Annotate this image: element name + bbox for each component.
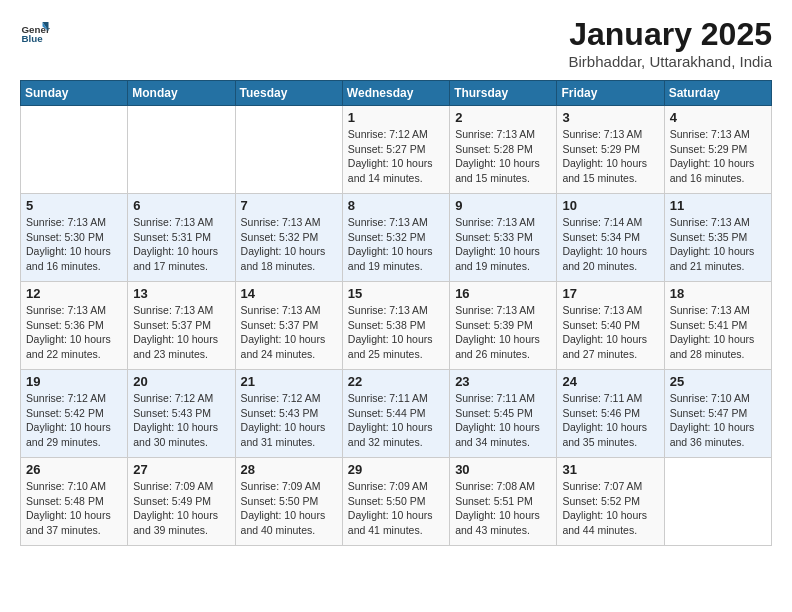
calendar-table: SundayMondayTuesdayWednesdayThursdayFrid… (20, 80, 772, 546)
dow-header-monday: Monday (128, 81, 235, 106)
day-number: 20 (133, 374, 229, 389)
calendar-cell: 4Sunrise: 7:13 AM Sunset: 5:29 PM Daylig… (664, 106, 771, 194)
day-info: Sunrise: 7:12 AM Sunset: 5:43 PM Dayligh… (241, 391, 337, 450)
day-info: Sunrise: 7:07 AM Sunset: 5:52 PM Dayligh… (562, 479, 658, 538)
day-number: 14 (241, 286, 337, 301)
day-number: 29 (348, 462, 444, 477)
day-number: 7 (241, 198, 337, 213)
day-number: 9 (455, 198, 551, 213)
logo-icon: General Blue (20, 16, 50, 46)
day-info: Sunrise: 7:10 AM Sunset: 5:47 PM Dayligh… (670, 391, 766, 450)
day-info: Sunrise: 7:11 AM Sunset: 5:44 PM Dayligh… (348, 391, 444, 450)
title-block: January 2025 Birbhaddar, Uttarakhand, In… (569, 16, 772, 70)
calendar-cell: 7Sunrise: 7:13 AM Sunset: 5:32 PM Daylig… (235, 194, 342, 282)
day-number: 15 (348, 286, 444, 301)
calendar-cell: 3Sunrise: 7:13 AM Sunset: 5:29 PM Daylig… (557, 106, 664, 194)
day-info: Sunrise: 7:13 AM Sunset: 5:40 PM Dayligh… (562, 303, 658, 362)
day-number: 25 (670, 374, 766, 389)
day-number: 31 (562, 462, 658, 477)
week-row-4: 19Sunrise: 7:12 AM Sunset: 5:42 PM Dayli… (21, 370, 772, 458)
day-number: 4 (670, 110, 766, 125)
calendar-cell: 11Sunrise: 7:13 AM Sunset: 5:35 PM Dayli… (664, 194, 771, 282)
week-row-1: 1Sunrise: 7:12 AM Sunset: 5:27 PM Daylig… (21, 106, 772, 194)
calendar-cell: 6Sunrise: 7:13 AM Sunset: 5:31 PM Daylig… (128, 194, 235, 282)
week-row-5: 26Sunrise: 7:10 AM Sunset: 5:48 PM Dayli… (21, 458, 772, 546)
day-info: Sunrise: 7:11 AM Sunset: 5:46 PM Dayligh… (562, 391, 658, 450)
day-info: Sunrise: 7:11 AM Sunset: 5:45 PM Dayligh… (455, 391, 551, 450)
calendar-cell: 24Sunrise: 7:11 AM Sunset: 5:46 PM Dayli… (557, 370, 664, 458)
day-number: 12 (26, 286, 122, 301)
calendar-cell: 27Sunrise: 7:09 AM Sunset: 5:49 PM Dayli… (128, 458, 235, 546)
calendar-cell: 28Sunrise: 7:09 AM Sunset: 5:50 PM Dayli… (235, 458, 342, 546)
calendar-cell: 12Sunrise: 7:13 AM Sunset: 5:36 PM Dayli… (21, 282, 128, 370)
day-info: Sunrise: 7:13 AM Sunset: 5:37 PM Dayligh… (241, 303, 337, 362)
day-number: 17 (562, 286, 658, 301)
day-info: Sunrise: 7:13 AM Sunset: 5:33 PM Dayligh… (455, 215, 551, 274)
dow-header-saturday: Saturday (664, 81, 771, 106)
calendar-cell: 14Sunrise: 7:13 AM Sunset: 5:37 PM Dayli… (235, 282, 342, 370)
day-info: Sunrise: 7:13 AM Sunset: 5:29 PM Dayligh… (670, 127, 766, 186)
day-number: 6 (133, 198, 229, 213)
day-number: 24 (562, 374, 658, 389)
day-info: Sunrise: 7:13 AM Sunset: 5:35 PM Dayligh… (670, 215, 766, 274)
calendar-body: 1Sunrise: 7:12 AM Sunset: 5:27 PM Daylig… (21, 106, 772, 546)
day-number: 16 (455, 286, 551, 301)
day-of-week-header-row: SundayMondayTuesdayWednesdayThursdayFrid… (21, 81, 772, 106)
day-number: 26 (26, 462, 122, 477)
dow-header-wednesday: Wednesday (342, 81, 449, 106)
day-number: 2 (455, 110, 551, 125)
day-info: Sunrise: 7:09 AM Sunset: 5:49 PM Dayligh… (133, 479, 229, 538)
week-row-3: 12Sunrise: 7:13 AM Sunset: 5:36 PM Dayli… (21, 282, 772, 370)
logo: General Blue (20, 16, 50, 46)
day-number: 18 (670, 286, 766, 301)
calendar-cell: 21Sunrise: 7:12 AM Sunset: 5:43 PM Dayli… (235, 370, 342, 458)
svg-text:Blue: Blue (22, 33, 44, 44)
day-number: 8 (348, 198, 444, 213)
day-info: Sunrise: 7:13 AM Sunset: 5:31 PM Dayligh… (133, 215, 229, 274)
calendar-cell: 10Sunrise: 7:14 AM Sunset: 5:34 PM Dayli… (557, 194, 664, 282)
day-number: 22 (348, 374, 444, 389)
day-number: 21 (241, 374, 337, 389)
calendar-cell: 19Sunrise: 7:12 AM Sunset: 5:42 PM Dayli… (21, 370, 128, 458)
calendar-cell (128, 106, 235, 194)
day-info: Sunrise: 7:12 AM Sunset: 5:42 PM Dayligh… (26, 391, 122, 450)
calendar-cell: 17Sunrise: 7:13 AM Sunset: 5:40 PM Dayli… (557, 282, 664, 370)
day-number: 3 (562, 110, 658, 125)
calendar-cell: 25Sunrise: 7:10 AM Sunset: 5:47 PM Dayli… (664, 370, 771, 458)
day-number: 28 (241, 462, 337, 477)
day-info: Sunrise: 7:13 AM Sunset: 5:39 PM Dayligh… (455, 303, 551, 362)
day-info: Sunrise: 7:13 AM Sunset: 5:38 PM Dayligh… (348, 303, 444, 362)
day-info: Sunrise: 7:09 AM Sunset: 5:50 PM Dayligh… (241, 479, 337, 538)
day-info: Sunrise: 7:13 AM Sunset: 5:29 PM Dayligh… (562, 127, 658, 186)
day-info: Sunrise: 7:12 AM Sunset: 5:43 PM Dayligh… (133, 391, 229, 450)
day-info: Sunrise: 7:13 AM Sunset: 5:37 PM Dayligh… (133, 303, 229, 362)
day-number: 19 (26, 374, 122, 389)
day-number: 30 (455, 462, 551, 477)
calendar-cell: 8Sunrise: 7:13 AM Sunset: 5:32 PM Daylig… (342, 194, 449, 282)
day-info: Sunrise: 7:08 AM Sunset: 5:51 PM Dayligh… (455, 479, 551, 538)
page-header: General Blue January 2025 Birbhaddar, Ut… (20, 16, 772, 70)
location-subtitle: Birbhaddar, Uttarakhand, India (569, 53, 772, 70)
day-info: Sunrise: 7:13 AM Sunset: 5:30 PM Dayligh… (26, 215, 122, 274)
calendar-cell: 29Sunrise: 7:09 AM Sunset: 5:50 PM Dayli… (342, 458, 449, 546)
calendar-cell: 30Sunrise: 7:08 AM Sunset: 5:51 PM Dayli… (450, 458, 557, 546)
month-title: January 2025 (569, 16, 772, 53)
calendar-cell (21, 106, 128, 194)
day-info: Sunrise: 7:13 AM Sunset: 5:32 PM Dayligh… (348, 215, 444, 274)
day-info: Sunrise: 7:12 AM Sunset: 5:27 PM Dayligh… (348, 127, 444, 186)
calendar-cell: 15Sunrise: 7:13 AM Sunset: 5:38 PM Dayli… (342, 282, 449, 370)
dow-header-sunday: Sunday (21, 81, 128, 106)
day-number: 5 (26, 198, 122, 213)
dow-header-friday: Friday (557, 81, 664, 106)
day-info: Sunrise: 7:09 AM Sunset: 5:50 PM Dayligh… (348, 479, 444, 538)
calendar-cell: 1Sunrise: 7:12 AM Sunset: 5:27 PM Daylig… (342, 106, 449, 194)
day-number: 11 (670, 198, 766, 213)
dow-header-tuesday: Tuesday (235, 81, 342, 106)
calendar-cell: 5Sunrise: 7:13 AM Sunset: 5:30 PM Daylig… (21, 194, 128, 282)
calendar-cell: 2Sunrise: 7:13 AM Sunset: 5:28 PM Daylig… (450, 106, 557, 194)
calendar-cell: 9Sunrise: 7:13 AM Sunset: 5:33 PM Daylig… (450, 194, 557, 282)
day-number: 13 (133, 286, 229, 301)
calendar-cell (664, 458, 771, 546)
calendar-cell: 13Sunrise: 7:13 AM Sunset: 5:37 PM Dayli… (128, 282, 235, 370)
day-number: 23 (455, 374, 551, 389)
